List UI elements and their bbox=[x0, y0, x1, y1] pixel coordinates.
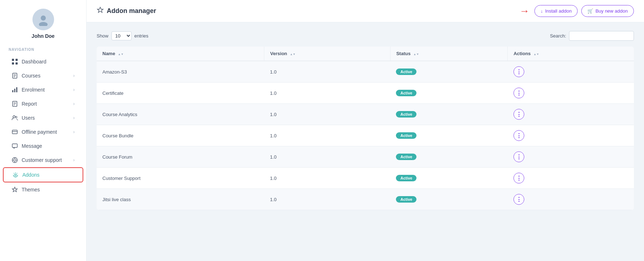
username: John Doe bbox=[32, 33, 55, 39]
svg-rect-2 bbox=[12, 59, 14, 61]
sidebar-item-users-label: Users bbox=[22, 115, 73, 121]
col-actions: Actions ▲▼ bbox=[508, 47, 634, 61]
nav-list: Dashboard Courses › Enrolment › Report › bbox=[0, 54, 86, 197]
install-addon-label: Install addon bbox=[545, 8, 572, 14]
sidebar-item-dashboard-label: Dashboard bbox=[22, 59, 75, 65]
main-content: Addon manager → ↓ Install addon 🛒 Buy ne… bbox=[87, 0, 644, 261]
cell-version: 1.0 bbox=[264, 125, 391, 146]
cell-actions: ⋮ bbox=[508, 104, 634, 125]
page-header: Addon manager → ↓ Install addon 🛒 Buy ne… bbox=[87, 0, 644, 22]
nav-label: NAVIGATION bbox=[0, 48, 34, 52]
main-body: Show 10 25 50 100 entries Search: Name bbox=[87, 22, 644, 219]
svg-rect-3 bbox=[16, 59, 18, 61]
table-row: Amazon-S3 1.0 Active ⋮ bbox=[97, 61, 634, 83]
svg-rect-19 bbox=[12, 130, 17, 134]
cell-version: 1.0 bbox=[264, 146, 391, 168]
row-action-button[interactable]: ⋮ bbox=[513, 151, 524, 162]
sidebar-item-customer-support[interactable]: Customer support › bbox=[3, 153, 83, 167]
cell-name: Course Forum bbox=[97, 146, 264, 168]
sidebar-item-offline-payment-label: Offline payment bbox=[22, 129, 73, 135]
users-icon bbox=[12, 115, 18, 121]
col-status: Status ▲▼ bbox=[390, 47, 507, 61]
sort-icons-version: ▲▼ bbox=[290, 53, 296, 56]
status-badge: Active bbox=[396, 196, 416, 203]
cell-version: 1.0 bbox=[264, 168, 391, 189]
addon-table-body: Amazon-S3 1.0 Active ⋮ Certificate 1.0 A… bbox=[97, 61, 634, 210]
sort-icons-actions: ▲▼ bbox=[533, 53, 539, 56]
cell-name: Course Analytics bbox=[97, 104, 264, 125]
cell-version: 1.0 bbox=[264, 189, 391, 210]
sidebar-item-users[interactable]: Users › bbox=[3, 111, 83, 125]
sort-icons-name: ▲▼ bbox=[118, 53, 124, 56]
cell-name: Amazon-S3 bbox=[97, 61, 264, 83]
search-label: Search: bbox=[550, 33, 566, 39]
sidebar-item-report[interactable]: Report › bbox=[3, 97, 83, 111]
svg-line-31 bbox=[17, 173, 18, 174]
grid-icon bbox=[12, 58, 18, 65]
chevron-right-icon: › bbox=[73, 87, 75, 92]
svg-rect-21 bbox=[12, 144, 17, 147]
row-action-button[interactable]: ⋮ bbox=[513, 194, 524, 205]
sidebar-item-themes-label: Themes bbox=[22, 187, 75, 193]
cell-status: Active bbox=[390, 104, 507, 125]
message-icon bbox=[12, 143, 18, 149]
page-title: Addon manager bbox=[97, 6, 156, 16]
sidebar-item-report-label: Report bbox=[22, 101, 73, 107]
cell-status: Active bbox=[390, 168, 507, 189]
cell-status: Active bbox=[390, 125, 507, 146]
sidebar-item-message[interactable]: Message bbox=[3, 139, 83, 153]
table-row: Jitsi live class 1.0 Active ⋮ bbox=[97, 189, 634, 210]
chevron-right-icon: › bbox=[73, 129, 75, 134]
install-addon-button[interactable]: ↓ Install addon bbox=[534, 5, 578, 17]
page-title-text: Addon manager bbox=[107, 7, 156, 15]
cell-name: Certificate bbox=[97, 83, 264, 104]
cell-status: Active bbox=[390, 61, 507, 83]
svg-point-23 bbox=[14, 159, 16, 161]
cell-status: Active bbox=[390, 146, 507, 168]
row-action-button[interactable]: ⋮ bbox=[513, 130, 524, 141]
sidebar-item-themes[interactable]: Themes bbox=[3, 183, 83, 196]
download-icon: ↓ bbox=[541, 8, 543, 14]
svg-point-28 bbox=[15, 174, 17, 176]
sidebar-item-dashboard[interactable]: Dashboard bbox=[3, 55, 83, 68]
sidebar-item-courses[interactable]: Courses › bbox=[3, 69, 83, 83]
chevron-right-icon: › bbox=[73, 158, 75, 163]
buy-new-addon-button[interactable]: 🛒 Buy new addon bbox=[581, 5, 634, 17]
svg-point-18 bbox=[16, 116, 17, 118]
table-row: Certificate 1.0 Active ⋮ bbox=[97, 83, 634, 104]
svg-point-1 bbox=[39, 22, 48, 26]
buy-addon-label: Buy new addon bbox=[595, 8, 628, 14]
row-action-button[interactable]: ⋮ bbox=[513, 66, 524, 77]
sidebar-item-addons-label: Addons bbox=[22, 172, 74, 178]
sidebar-item-message-label: Message bbox=[22, 143, 75, 149]
cell-status: Active bbox=[390, 189, 507, 210]
cell-status: Active bbox=[390, 83, 507, 104]
table-row: Course Bundle 1.0 Active ⋮ bbox=[97, 125, 634, 146]
sidebar-item-enrolment[interactable]: Enrolment › bbox=[3, 83, 83, 97]
svg-rect-11 bbox=[14, 89, 16, 92]
row-action-button[interactable]: ⋮ bbox=[513, 109, 524, 120]
cell-actions: ⋮ bbox=[508, 83, 634, 104]
book-icon bbox=[12, 72, 18, 79]
cell-actions: ⋮ bbox=[508, 189, 634, 210]
cell-actions: ⋮ bbox=[508, 61, 634, 83]
cell-name: Course Bundle bbox=[97, 125, 264, 146]
col-name: Name ▲▼ bbox=[97, 47, 264, 61]
col-version: Version ▲▼ bbox=[264, 47, 391, 61]
row-action-button[interactable]: ⋮ bbox=[513, 88, 524, 98]
sidebar-item-offline-payment[interactable]: Offline payment › bbox=[3, 125, 83, 139]
cart-icon: 🛒 bbox=[587, 8, 593, 14]
search-input[interactable] bbox=[569, 31, 634, 41]
svg-point-0 bbox=[41, 16, 46, 21]
themes-icon bbox=[12, 186, 18, 193]
chevron-right-icon: › bbox=[73, 115, 75, 120]
sidebar-item-addons[interactable]: Addons bbox=[3, 167, 83, 182]
addon-table: Name ▲▼ Version ▲▼ Status ▲▼ Actions ▲▼ bbox=[97, 47, 634, 210]
cell-actions: ⋮ bbox=[508, 125, 634, 146]
entries-label: entries bbox=[134, 33, 149, 39]
svg-rect-12 bbox=[16, 87, 17, 92]
cell-name: Customer Support bbox=[97, 168, 264, 189]
sidebar-item-enrolment-label: Enrolment bbox=[22, 87, 73, 93]
row-action-button[interactable]: ⋮ bbox=[513, 173, 524, 183]
entries-select[interactable]: 10 25 50 100 bbox=[111, 31, 132, 40]
